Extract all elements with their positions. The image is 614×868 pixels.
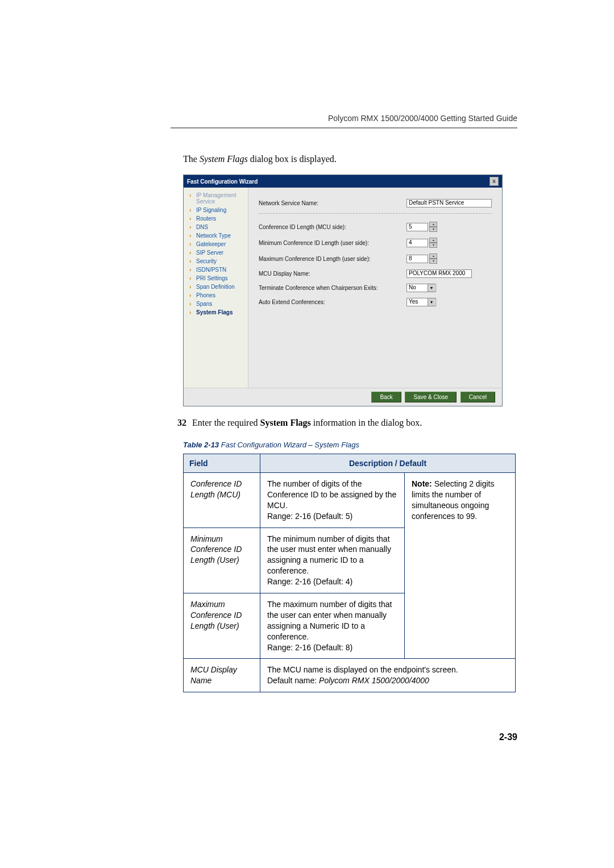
nav-item-security[interactable]: Security (189, 257, 244, 265)
table-cell: Minimum Conference ID Length (User) (184, 528, 260, 593)
min-conf-id-len-input[interactable]: 4 (406, 239, 428, 247)
nav-item-spans[interactable]: Spans (189, 300, 244, 308)
nav-item-dns[interactable]: DNS (189, 223, 244, 231)
max-conf-id-len-input[interactable]: 8 (406, 255, 428, 263)
auto-extend-label: Auto Extend Conferences: (259, 299, 406, 305)
spinner-icon[interactable]: ▴▾ (429, 238, 437, 248)
table-cell: The number of digits of the Conference I… (260, 473, 405, 528)
page-header: Polycom RMX 1500/2000/4000 Getting Start… (171, 114, 517, 123)
nav-item-routers[interactable]: Routers (189, 214, 244, 223)
nav-item-span-def[interactable]: Span Definition (189, 283, 244, 291)
dialog-main-panel: Network Service Name: Default PSTN Servi… (248, 188, 502, 388)
svc-name-input[interactable]: Default PSTN Service (406, 199, 492, 207)
spinner-icon[interactable]: ▴▾ (429, 254, 437, 264)
wizard-nav: IP Management Service IP Signaling Route… (184, 188, 248, 388)
max-conf-id-len-label: Maximum Conference ID Length (user side)… (259, 256, 406, 262)
dialog-titlebar: Fast Configuration Wizard X (184, 175, 502, 188)
mcu-display-name-label: MCU Display Name: (259, 271, 406, 277)
dialog-title-text: Fast Configuration Wizard (187, 178, 258, 185)
table-cell: The MCU name is displayed on the endpoin… (260, 659, 516, 692)
nav-item-ip-mgmt[interactable]: IP Management Service (189, 191, 244, 206)
table-cell: Maximum Conference ID Length (User) (184, 593, 260, 659)
conf-id-len-input[interactable]: 5 (406, 223, 428, 231)
th-field: Field (184, 454, 260, 473)
table-note-cell: Note: Selecting 2 digits limits the numb… (405, 473, 516, 659)
svc-name-label: Network Service Name: (259, 200, 406, 206)
cancel-button[interactable]: Cancel (460, 392, 495, 402)
nav-item-sip[interactable]: SIP Server (189, 248, 244, 257)
conf-id-len-label: Conference ID Length (MCU side): (259, 224, 406, 230)
save-close-button[interactable]: Save & Close (405, 392, 457, 402)
table-cell: The maximum number of digits that the us… (260, 593, 405, 659)
nav-item-network-type[interactable]: Network Type (189, 231, 244, 240)
spinner-icon[interactable]: ▴▾ (429, 222, 437, 232)
mcu-display-name-input[interactable]: POLYCOM RMX 2000 (406, 269, 472, 278)
auto-extend-select[interactable]: Yes (406, 298, 436, 306)
table-caption: Table 2-13 Fast Configuration Wizard – S… (183, 441, 517, 449)
nav-item-ip-signaling[interactable]: IP Signaling (189, 206, 244, 214)
terminate-conf-label: Terminate Conference when Chairperson Ex… (259, 285, 406, 291)
nav-item-system-flags[interactable]: System Flags (189, 308, 244, 317)
th-description: Description / Default (260, 454, 516, 473)
dialog-footer: Back Save & Close Cancel (184, 388, 502, 406)
nav-item-isdn[interactable]: ISDN/PSTN (189, 265, 244, 274)
close-icon[interactable]: X (489, 177, 499, 186)
min-conf-id-len-label: Minimum Conference ID Length (user side)… (259, 240, 406, 246)
header-rule (171, 127, 517, 128)
step-number: 32 (171, 418, 186, 428)
table-cell: The minimum number of digits that the us… (260, 528, 405, 593)
terminate-conf-select[interactable]: No (406, 284, 436, 292)
nav-item-gatekeeper[interactable]: Gatekeeper (189, 240, 244, 248)
system-flags-table: Field Description / Default Conference I… (183, 454, 516, 692)
form-divider (259, 213, 492, 214)
nav-item-pri[interactable]: PRI Settings (189, 274, 244, 283)
table-cell: Conference ID Length (MCU) (184, 473, 260, 528)
step-32: 32 Enter the required System Flags infor… (171, 418, 517, 428)
page-number: 2-39 (171, 732, 517, 742)
fast-config-wizard-dialog: Fast Configuration Wizard X IP Managemen… (183, 175, 503, 406)
table-cell: MCU Display Name (184, 659, 260, 692)
intro-text: The System Flags dialog box is displayed… (183, 154, 517, 164)
back-button[interactable]: Back (371, 392, 401, 402)
nav-item-phones[interactable]: Phones (189, 291, 244, 300)
